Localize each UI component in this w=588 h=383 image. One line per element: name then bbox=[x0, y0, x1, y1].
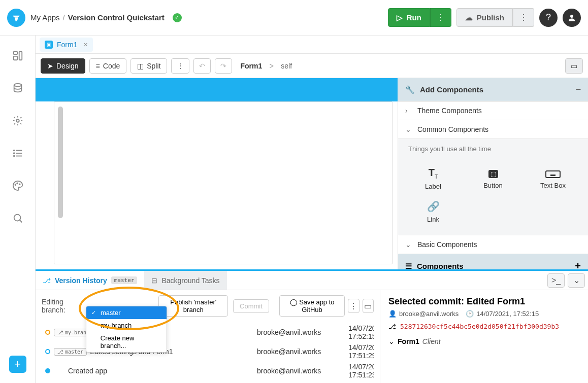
svg-point-9 bbox=[13, 150, 14, 151]
breadcrumb-root[interactable]: My Apps bbox=[30, 13, 60, 22]
dropdown-item-master[interactable]: ✓ master bbox=[86, 306, 167, 319]
chevron-down-icon: ⌄ bbox=[405, 240, 412, 249]
chevron-down-icon[interactable]: ⌄ bbox=[388, 337, 395, 345]
commit-date: 14/07/2021, 17:51:29 bbox=[348, 343, 374, 360]
tasks-icon: ⊟ bbox=[151, 276, 157, 285]
add-button[interactable]: + bbox=[9, 356, 26, 373]
path-sep: > bbox=[270, 62, 274, 70]
add-component-plus-icon[interactable]: + bbox=[575, 260, 581, 269]
anvil-logo-icon[interactable] bbox=[7, 9, 25, 27]
form-canvas[interactable] bbox=[54, 101, 393, 264]
more-tools-button[interactable]: ⋮ bbox=[171, 58, 189, 74]
path-form[interactable]: Form1 bbox=[240, 62, 262, 70]
link-component[interactable]: 🔗 Link bbox=[404, 196, 462, 227]
version-history-label: Version History bbox=[55, 276, 107, 285]
dropdown-item-create-branch[interactable]: Create new branch... bbox=[86, 332, 167, 352]
redo-button[interactable]: ↷ bbox=[215, 58, 232, 74]
save-github-button[interactable]: ◯ Save app to GitHub bbox=[279, 295, 345, 317]
console-button[interactable]: >_ bbox=[547, 273, 565, 288]
commit-hash[interactable]: 528712630cf5c44bc5e0d2d050f21fbf300d39b3 bbox=[400, 323, 559, 330]
undo-icon: ↶ bbox=[199, 62, 205, 70]
list-nav-icon[interactable] bbox=[12, 147, 24, 159]
commit-detail-date: 14/07/2021, 17:52:15 bbox=[476, 310, 539, 318]
run-dropdown-button[interactable]: ⋮ bbox=[430, 8, 451, 27]
basic-components-section[interactable]: Basic Components bbox=[417, 240, 477, 249]
collapse-panel-button[interactable]: ⌄ bbox=[568, 273, 585, 288]
svg-point-15 bbox=[14, 215, 20, 221]
layout-icon: ▭ bbox=[364, 301, 372, 311]
code-mode-button[interactable]: ≡ Code bbox=[89, 58, 127, 74]
components-footer: Components bbox=[417, 262, 464, 269]
undo-button[interactable]: ↶ bbox=[193, 58, 211, 74]
expand-panel-button[interactable]: ▭ bbox=[565, 58, 583, 74]
theme-nav-icon[interactable] bbox=[12, 180, 24, 192]
dropdown-item-label: Create new branch... bbox=[101, 334, 161, 350]
component-label: Button bbox=[483, 182, 503, 189]
commit-author: brooke@anvil.works bbox=[257, 328, 348, 336]
theme-components-section[interactable]: Theme Components bbox=[417, 107, 482, 115]
tab-form1[interactable]: ▣ Form1 × bbox=[40, 38, 93, 52]
plus-icon: + bbox=[14, 358, 21, 371]
component-label: Label bbox=[425, 183, 441, 190]
textbox-component[interactable]: ▬ Text Box bbox=[524, 163, 582, 194]
svg-point-10 bbox=[13, 153, 14, 154]
account-button[interactable] bbox=[563, 9, 581, 27]
redo-icon: ↷ bbox=[220, 62, 226, 70]
help-button[interactable]: ? bbox=[539, 9, 558, 27]
history-layout-button[interactable]: ▭ bbox=[363, 299, 374, 313]
svg-rect-1 bbox=[13, 52, 17, 55]
canvas-scrollbar[interactable] bbox=[58, 107, 63, 218]
settings-nav-icon[interactable] bbox=[12, 115, 24, 127]
label-component[interactable]: TT Label bbox=[404, 163, 462, 194]
dropdown-item-my-branch[interactable]: my-branch bbox=[86, 319, 167, 332]
publish-dropdown-button[interactable]: ⋮ bbox=[513, 8, 534, 27]
breadcrumb-app-name[interactable]: Version Control Quickstart bbox=[68, 13, 165, 22]
save-github-label: Save app to GitHub bbox=[299, 298, 334, 314]
branch-tag: ⎇ master bbox=[54, 348, 87, 356]
common-components-section[interactable]: Common Components bbox=[417, 125, 488, 133]
editing-branch-label: Editing branch: bbox=[42, 298, 81, 314]
commit-date: 14/07/2021, 17:51:23 bbox=[348, 363, 374, 378]
cursor-icon: ➤ bbox=[47, 62, 53, 70]
component-label: Text Box bbox=[540, 182, 566, 189]
play-icon: ▷ bbox=[397, 13, 403, 22]
svg-rect-3 bbox=[19, 52, 22, 60]
form-header-bar bbox=[36, 78, 398, 101]
collapse-icon[interactable]: − bbox=[575, 84, 581, 95]
form-icon: ▣ bbox=[45, 41, 53, 49]
database-nav-icon[interactable] bbox=[12, 82, 24, 94]
github-more-button[interactable]: ⋮ bbox=[348, 299, 359, 313]
breadcrumb-sep: / bbox=[63, 13, 65, 22]
status-check-icon: ✓ bbox=[173, 13, 182, 22]
button-icon: ⬚ bbox=[488, 167, 498, 179]
textbox-icon: ▬ bbox=[545, 167, 561, 179]
run-button[interactable]: ▷ Run bbox=[388, 8, 430, 27]
design-mode-button[interactable]: ➤ Design bbox=[41, 58, 85, 74]
tab-label: Form1 bbox=[57, 41, 77, 49]
publish-button[interactable]: ☁ Publish bbox=[456, 8, 513, 27]
dots-vertical-icon: ⋮ bbox=[437, 13, 445, 22]
button-component[interactable]: ⬚ Button bbox=[464, 163, 522, 194]
commit-message: Created app bbox=[68, 367, 107, 375]
design-label: Design bbox=[56, 62, 79, 70]
dropdown-item-label: master bbox=[101, 309, 121, 317]
app-tree-nav-icon[interactable] bbox=[12, 50, 24, 62]
chevron-right-icon: › bbox=[405, 107, 412, 115]
publish-branch-button[interactable]: Publish 'master' branch bbox=[158, 295, 228, 317]
close-tab-icon[interactable]: × bbox=[83, 41, 87, 49]
commit-dot-icon bbox=[45, 330, 50, 335]
changed-file-name[interactable]: Form1 bbox=[398, 337, 419, 345]
path-self[interactable]: self bbox=[281, 62, 292, 70]
branch-icon: ⎇ bbox=[43, 276, 51, 285]
svg-point-5 bbox=[16, 119, 19, 122]
commit-row[interactable]: Created app brooke@anvil.works 14/07/202… bbox=[42, 361, 374, 378]
chevron-down-icon: ⌄ bbox=[405, 125, 412, 133]
commit-button[interactable]: Commit bbox=[233, 299, 269, 313]
background-tasks-tab[interactable]: ⊟ Background Tasks bbox=[144, 271, 226, 290]
background-tasks-label: Background Tasks bbox=[161, 276, 219, 285]
help-icon: ? bbox=[546, 12, 551, 23]
split-mode-button[interactable]: ◫ Split bbox=[130, 58, 167, 74]
list-icon: ≡ bbox=[96, 62, 100, 70]
version-history-tab[interactable]: ⎇ Version History master bbox=[36, 271, 144, 290]
search-nav-icon[interactable] bbox=[12, 212, 24, 224]
